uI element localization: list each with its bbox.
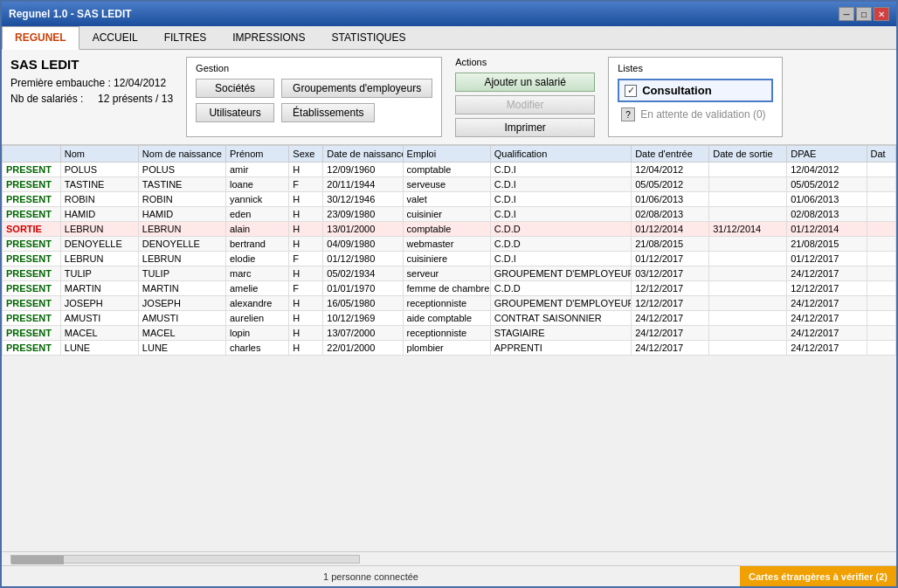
col-header-dat: Dat <box>867 146 896 163</box>
cell-status: PRESENT <box>3 177 61 192</box>
table-row[interactable]: PRESENT POLUS POLUS amir H 12/09/1960 co… <box>3 163 896 177</box>
table-row[interactable]: PRESENT HAMID HAMID eden H 23/09/1980 cu… <box>3 207 896 222</box>
close-button[interactable]: ✕ <box>874 7 889 21</box>
cell-dat <box>867 177 896 192</box>
cell-emploi: serveur <box>403 266 490 281</box>
cell-status: PRESENT <box>3 296 61 311</box>
cell-sortie <box>709 296 787 311</box>
cell-sortie <box>709 341 787 356</box>
menu-regunel[interactable]: REGUNEL <box>2 26 79 50</box>
cell-prenom: aurelien <box>226 311 289 326</box>
gestion-box: Gestion Sociétés Groupements d'employeur… <box>186 57 442 137</box>
cell-sortie <box>709 252 787 266</box>
col-header-sortie: Date de sortie <box>709 146 787 163</box>
cell-sexe: F <box>289 281 323 296</box>
table-row[interactable]: PRESENT ROBIN ROBIN yannick H 30/12/1946… <box>3 192 896 207</box>
cell-sortie <box>709 237 787 252</box>
cell-dob: 01/12/1980 <box>323 252 403 266</box>
employees-table: Nom Nom de naissance Prénom Sexe Date de… <box>2 145 896 356</box>
ajouter-salarié-button[interactable]: Ajouter un salarié <box>455 73 595 92</box>
cell-qualification: GROUPEMENT D'EMPLOYEUR <box>490 296 631 311</box>
cell-prenom: yannick <box>226 192 289 207</box>
cell-emploi: plombier <box>403 341 490 356</box>
menu-accueil[interactable]: ACCUEIL <box>79 26 151 49</box>
cell-prenom: lopin <box>226 326 289 341</box>
table-wrapper[interactable]: Nom Nom de naissance Prénom Sexe Date de… <box>2 145 896 551</box>
cell-dpae: 01/06/2013 <box>787 192 867 207</box>
col-header-prenom: Prénom <box>226 146 289 163</box>
cell-entree: 05/05/2012 <box>632 177 709 192</box>
cell-nom: HAMID <box>60 207 138 222</box>
cell-entree: 12/04/2012 <box>632 163 709 177</box>
cell-nom: JOSEPH <box>60 296 138 311</box>
cell-dpae: 24/12/2017 <box>787 266 867 281</box>
main-window: Regunel 1.0 - SAS LEDIT ─ □ ✕ REGUNEL AC… <box>0 0 898 588</box>
cell-qualification: APPRENTI <box>490 341 631 356</box>
societes-button[interactable]: Sociétés <box>196 79 274 98</box>
table-row[interactable]: PRESENT TULIP TULIP marc H 05/02/1934 se… <box>3 266 896 281</box>
table-row[interactable]: PRESENT TASTINE TASTINE loane F 20/11/19… <box>3 177 896 192</box>
cell-sexe: F <box>289 252 323 266</box>
cell-prenom: bertrand <box>226 237 289 252</box>
actions-title: Actions <box>455 57 595 67</box>
gestion-row-2: Utilisateurs Établissements <box>196 103 432 122</box>
table-row[interactable]: PRESENT DENOYELLE DENOYELLE bertrand H 0… <box>3 237 896 252</box>
gestion-row-1: Sociétés Groupements d'employeurs <box>196 79 432 98</box>
cell-dat <box>867 326 896 341</box>
table-row[interactable]: PRESENT AMUSTI AMUSTI aurelien H 10/12/1… <box>3 311 896 326</box>
groupements-button[interactable]: Groupements d'employeurs <box>281 79 432 98</box>
cell-nom-naissance: TASTINE <box>138 177 225 192</box>
cell-entree: 01/06/2013 <box>632 192 709 207</box>
consultation-checkbox[interactable]: ✓ <box>625 85 637 97</box>
cell-entree: 03/12/2017 <box>632 266 709 281</box>
cell-entree: 24/12/2017 <box>632 341 709 356</box>
cell-sexe: H <box>289 192 323 207</box>
cartes-button[interactable]: Cartes étrangères à vérifier (2) <box>740 566 896 586</box>
menu-bar: REGUNEL ACCUEIL FILTRES IMPRESSIONS STAT… <box>2 26 896 50</box>
premiere-embauche-label: Première embauche : <box>10 77 111 89</box>
nb-salaries-value: 12 présents / 13 <box>98 93 173 105</box>
cell-entree: 24/12/2017 <box>632 326 709 341</box>
table-row[interactable]: PRESENT MACEL MACEL lopin H 13/07/2000 r… <box>3 326 896 341</box>
modifier-button[interactable]: Modifier <box>455 95 595 114</box>
etablissements-button[interactable]: Établissements <box>281 103 375 122</box>
table-row[interactable]: PRESENT JOSEPH JOSEPH alexandre H 16/05/… <box>3 296 896 311</box>
cell-dpae: 01/12/2014 <box>787 222 867 237</box>
table-row[interactable]: SORTIE LEBRUN LEBRUN alain H 13/01/2000 … <box>3 222 896 237</box>
cell-nom-naissance: HAMID <box>138 207 225 222</box>
minimize-button[interactable]: ─ <box>839 7 854 21</box>
utilisateurs-button[interactable]: Utilisateurs <box>196 103 274 122</box>
col-header-nom-naissance: Nom de naissance <box>138 146 225 163</box>
table-row[interactable]: PRESENT MARTIN MARTIN amelie F 01/01/197… <box>3 281 896 296</box>
cell-sexe: F <box>289 177 323 192</box>
cell-nom-naissance: TULIP <box>138 266 225 281</box>
menu-impressions[interactable]: IMPRESSIONS <box>219 26 318 49</box>
cell-prenom: eden <box>226 207 289 222</box>
maximize-button[interactable]: □ <box>856 7 872 21</box>
imprimer-button[interactable]: Imprimer <box>455 118 595 137</box>
cell-nom: POLUS <box>60 163 138 177</box>
cell-prenom: charles <box>226 341 289 356</box>
col-header-dob: Date de naissance <box>323 146 403 163</box>
cell-emploi: receptionniste <box>403 326 490 341</box>
cell-dpae: 12/04/2012 <box>787 163 867 177</box>
pending-help-button[interactable]: ? <box>621 107 635 121</box>
cell-qualification: STAGIAIRE <box>490 326 631 341</box>
cell-status: PRESENT <box>3 341 61 356</box>
col-header-sexe: Sexe <box>289 146 323 163</box>
horizontal-scrollbar[interactable] <box>2 551 896 565</box>
table-row[interactable]: PRESENT LUNE LUNE charles H 22/01/2000 p… <box>3 341 896 356</box>
menu-filtres[interactable]: FILTRES <box>151 26 219 49</box>
cell-sortie <box>709 326 787 341</box>
table-row[interactable]: PRESENT LEBRUN LEBRUN elodie F 01/12/198… <box>3 252 896 266</box>
pending-item: ? En attente de validation (0) <box>618 106 773 123</box>
cell-prenom: marc <box>226 266 289 281</box>
company-name: SAS LEDIT <box>10 57 173 72</box>
consultation-item[interactable]: ✓ Consultation <box>618 79 773 102</box>
main-content: SAS LEDIT Première embauche : 12/04/2012… <box>2 50 896 586</box>
cell-status: PRESENT <box>3 192 61 207</box>
cell-entree: 02/08/2013 <box>632 207 709 222</box>
cell-emploi: femme de chambre <box>403 281 490 296</box>
cell-dpae: 05/05/2012 <box>787 177 867 192</box>
menu-statistiques[interactable]: STATISTIQUES <box>319 26 419 49</box>
